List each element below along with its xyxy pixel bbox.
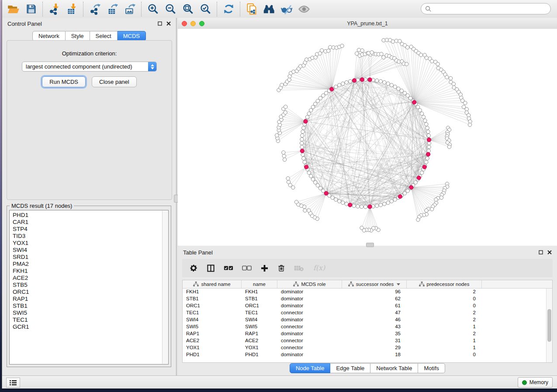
graph-leaf-node[interactable] xyxy=(360,49,364,52)
mcds-result-item[interactable]: SRD1 xyxy=(13,254,168,261)
deselect-all-checkbox-icon[interactable] xyxy=(242,265,252,271)
graph-leaf-node[interactable] xyxy=(280,83,284,86)
graph-leaf-node[interactable] xyxy=(425,209,428,212)
graph-node[interactable] xyxy=(363,205,367,209)
graph-node[interactable] xyxy=(345,81,348,84)
clone-network-icon[interactable] xyxy=(244,2,259,16)
mcds-result-item[interactable]: TEC1 xyxy=(13,316,168,323)
graph-leaf-node[interactable] xyxy=(283,158,286,161)
graph-hub-node[interactable] xyxy=(360,78,364,82)
graph-leaf-node[interactable] xyxy=(380,52,383,56)
graph-node[interactable] xyxy=(300,141,303,145)
graph-node[interactable] xyxy=(418,108,422,112)
graph-leaf-node[interactable] xyxy=(320,48,324,52)
table-row[interactable]: ORC1ORC1dominator610 xyxy=(183,303,552,309)
graph-leaf-node[interactable] xyxy=(284,111,287,114)
search-input[interactable] xyxy=(434,5,547,13)
table-row[interactable]: PHD1PHD1dominator180 xyxy=(183,351,552,358)
list-scrollbar[interactable] xyxy=(162,211,168,364)
close-panel-icon[interactable] xyxy=(166,21,171,26)
graph-node[interactable] xyxy=(305,115,309,119)
criterion-select[interactable]: largest connected component (undirected) xyxy=(22,62,157,72)
graph-node[interactable] xyxy=(309,108,313,112)
column-header-predecessor-nodes[interactable]: predecessor nodes xyxy=(407,280,482,288)
graph-hub-node[interactable] xyxy=(422,165,426,169)
search-box[interactable] xyxy=(421,3,551,14)
search-network-icon[interactable] xyxy=(262,2,277,16)
graph-node[interactable] xyxy=(423,119,427,122)
mcds-result-item[interactable]: RAP1 xyxy=(13,296,168,303)
column-header-MCDS-role[interactable]: MCDS role xyxy=(277,280,342,288)
graph-node[interactable] xyxy=(301,134,304,137)
graph-node[interactable] xyxy=(341,82,345,85)
mcds-result-item[interactable]: CAR1 xyxy=(13,219,168,226)
network-titlebar[interactable]: YPA_prune.txt_1 xyxy=(178,18,557,29)
graph-leaf-node[interactable] xyxy=(287,78,291,81)
graph-node[interactable] xyxy=(303,160,306,164)
tab-edge-table[interactable]: Edge Table xyxy=(330,363,370,373)
column-header-name[interactable]: name xyxy=(242,280,277,288)
open-file-icon[interactable] xyxy=(6,2,21,16)
graph-hub-node[interactable] xyxy=(330,87,334,91)
graph-hub-node[interactable] xyxy=(412,100,416,104)
import-table-icon[interactable] xyxy=(64,2,79,16)
mcds-result-item[interactable]: ACE2 xyxy=(13,275,168,282)
graph-node[interactable] xyxy=(307,112,311,115)
graph-node[interactable] xyxy=(386,82,390,85)
zoom-in-icon[interactable] xyxy=(145,2,160,16)
graph-node[interactable] xyxy=(416,105,419,109)
graph-leaf-node[interactable] xyxy=(327,49,330,52)
graph-node[interactable] xyxy=(345,202,348,206)
graph-hub-node[interactable] xyxy=(409,186,413,189)
table-scrollbar-thumb[interactable] xyxy=(547,309,551,341)
graph-node[interactable] xyxy=(307,171,311,175)
graph-node[interactable] xyxy=(300,145,304,149)
graph-hub-node[interactable] xyxy=(398,195,402,199)
graph-hub-node[interactable] xyxy=(300,149,304,153)
mcds-result-item[interactable]: STP4 xyxy=(13,226,168,233)
tab-style[interactable]: Style xyxy=(66,31,90,41)
table-row[interactable]: FKH1FKH1dominator962 xyxy=(183,289,552,296)
task-history-button[interactable] xyxy=(6,378,20,388)
graph-leaf-node[interactable] xyxy=(416,218,420,221)
column-header-shared-name[interactable]: shared name xyxy=(183,280,242,288)
graph-node[interactable] xyxy=(426,126,429,130)
table-row[interactable]: TEC1TEC1connector472 xyxy=(183,309,552,316)
table-row[interactable]: RAP1RAP1dominator352 xyxy=(183,330,552,337)
graph-leaf-node[interactable] xyxy=(430,59,434,63)
graph-leaf-node[interactable] xyxy=(405,62,408,66)
graph-hub-node[interactable] xyxy=(427,138,431,142)
graph-node[interactable] xyxy=(334,198,338,201)
graph-node[interactable] xyxy=(375,79,379,82)
zoom-fit-icon[interactable] xyxy=(180,2,195,16)
graph-leaf-node[interactable] xyxy=(360,226,363,230)
tab-select[interactable]: Select xyxy=(90,31,118,41)
mcds-result-item[interactable]: SWI4 xyxy=(13,247,168,254)
select-all-checkbox-icon[interactable] xyxy=(224,265,233,271)
tab-motifs[interactable]: Motifs xyxy=(418,363,445,373)
split-pane-icon[interactable] xyxy=(207,264,215,272)
mcds-result-item[interactable]: STB5 xyxy=(13,282,168,289)
graph-leaf-node[interactable] xyxy=(287,180,290,184)
graph-node[interactable] xyxy=(390,199,393,203)
graph-hub-node[interactable] xyxy=(324,191,328,195)
graph-hub-node[interactable] xyxy=(417,176,421,180)
mcds-result-item[interactable]: FKH1 xyxy=(13,268,168,275)
graph-node[interactable] xyxy=(348,79,352,83)
mcds-result-item[interactable]: PHD1 xyxy=(13,212,168,219)
graph-node[interactable] xyxy=(360,205,363,208)
table-scrollbar[interactable] xyxy=(546,289,552,362)
graph-hub-node[interactable] xyxy=(304,120,308,124)
graph-leaf-node[interactable] xyxy=(303,209,307,212)
graph-node[interactable] xyxy=(386,201,390,204)
float-panel-icon[interactable] xyxy=(158,21,162,26)
graph-node[interactable] xyxy=(334,85,338,89)
zoom-out-icon[interactable] xyxy=(163,2,178,16)
graph-node[interactable] xyxy=(301,153,304,156)
graph-leaf-node[interactable] xyxy=(447,145,451,148)
graph-node[interactable] xyxy=(420,112,423,115)
graph-node[interactable] xyxy=(393,198,397,201)
mcds-result-item[interactable]: PMA2 xyxy=(13,261,168,268)
graph-node[interactable] xyxy=(393,85,397,89)
graph-node[interactable] xyxy=(379,203,382,206)
